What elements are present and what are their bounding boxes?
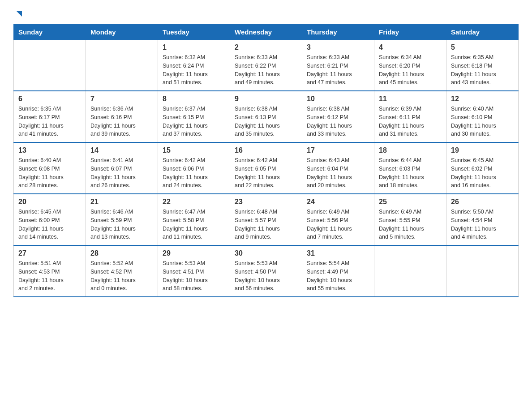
calendar-cell: 3Sunrise: 6:33 AM Sunset: 6:21 PM Daylig… bbox=[302, 40, 374, 91]
day-number: 29 bbox=[163, 249, 225, 257]
day-number: 25 bbox=[379, 198, 442, 206]
calendar-cell: 24Sunrise: 6:49 AM Sunset: 5:56 PM Dayli… bbox=[302, 194, 374, 245]
header-day-monday: Monday bbox=[86, 25, 158, 40]
calendar-cell bbox=[14, 40, 86, 91]
calendar-header: SundayMondayTuesdayWednesdayThursdayFrid… bbox=[14, 25, 519, 40]
day-number: 23 bbox=[235, 198, 297, 206]
day-info: Sunrise: 6:43 AM Sunset: 6:04 PM Dayligh… bbox=[307, 156, 369, 190]
day-number: 6 bbox=[18, 95, 81, 103]
day-info: Sunrise: 6:40 AM Sunset: 6:10 PM Dayligh… bbox=[451, 105, 514, 138]
calendar-cell bbox=[374, 245, 446, 297]
day-info: Sunrise: 6:38 AM Sunset: 6:12 PM Dayligh… bbox=[307, 105, 369, 138]
calendar-cell: 20Sunrise: 6:45 AM Sunset: 6:00 PM Dayli… bbox=[14, 194, 86, 245]
calendar-cell: 16Sunrise: 6:42 AM Sunset: 6:05 PM Dayli… bbox=[230, 142, 302, 194]
day-number: 15 bbox=[163, 146, 225, 154]
day-info: Sunrise: 6:48 AM Sunset: 5:57 PM Dayligh… bbox=[235, 208, 297, 241]
header-row: SundayMondayTuesdayWednesdayThursdayFrid… bbox=[14, 25, 519, 40]
calendar-cell: 11Sunrise: 6:39 AM Sunset: 6:11 PM Dayli… bbox=[374, 91, 446, 142]
header-day-saturday: Saturday bbox=[446, 25, 519, 40]
day-number: 3 bbox=[307, 43, 369, 51]
calendar-cell: 6Sunrise: 6:35 AM Sunset: 6:17 PM Daylig… bbox=[14, 91, 86, 142]
week-row-3: 13Sunrise: 6:40 AM Sunset: 6:08 PM Dayli… bbox=[14, 142, 519, 194]
calendar-cell: 26Sunrise: 5:50 AM Sunset: 4:54 PM Dayli… bbox=[446, 194, 519, 245]
calendar-cell: 12Sunrise: 6:40 AM Sunset: 6:10 PM Dayli… bbox=[446, 91, 519, 142]
day-info: Sunrise: 6:39 AM Sunset: 6:11 PM Dayligh… bbox=[379, 105, 442, 138]
header-day-thursday: Thursday bbox=[302, 25, 374, 40]
day-info: Sunrise: 6:49 AM Sunset: 5:56 PM Dayligh… bbox=[307, 208, 369, 241]
calendar-cell: 23Sunrise: 6:48 AM Sunset: 5:57 PM Dayli… bbox=[230, 194, 302, 245]
calendar-cell: 30Sunrise: 5:53 AM Sunset: 4:50 PM Dayli… bbox=[230, 245, 302, 297]
day-info: Sunrise: 6:45 AM Sunset: 6:00 PM Dayligh… bbox=[18, 208, 81, 241]
day-number: 28 bbox=[90, 249, 153, 257]
day-number: 10 bbox=[307, 95, 369, 103]
day-info: Sunrise: 6:41 AM Sunset: 6:07 PM Dayligh… bbox=[90, 156, 153, 190]
calendar-cell: 5Sunrise: 6:35 AM Sunset: 6:18 PM Daylig… bbox=[446, 40, 519, 91]
day-number: 12 bbox=[451, 95, 514, 103]
day-info: Sunrise: 6:36 AM Sunset: 6:16 PM Dayligh… bbox=[90, 105, 153, 138]
day-info: Sunrise: 5:53 AM Sunset: 4:50 PM Dayligh… bbox=[235, 259, 297, 293]
calendar-cell: 29Sunrise: 5:53 AM Sunset: 4:51 PM Dayli… bbox=[158, 245, 230, 297]
day-info: Sunrise: 5:50 AM Sunset: 4:54 PM Dayligh… bbox=[451, 208, 514, 241]
day-info: Sunrise: 6:42 AM Sunset: 6:06 PM Dayligh… bbox=[163, 156, 225, 190]
day-info: Sunrise: 6:40 AM Sunset: 6:08 PM Dayligh… bbox=[18, 156, 81, 190]
calendar-cell: 13Sunrise: 6:40 AM Sunset: 6:08 PM Dayli… bbox=[14, 142, 86, 194]
day-number: 22 bbox=[163, 198, 225, 206]
day-info: Sunrise: 6:46 AM Sunset: 5:59 PM Dayligh… bbox=[90, 208, 153, 241]
calendar-cell: 19Sunrise: 6:45 AM Sunset: 6:02 PM Dayli… bbox=[446, 142, 519, 194]
day-info: Sunrise: 6:42 AM Sunset: 6:05 PM Dayligh… bbox=[235, 156, 297, 190]
calendar-cell: 7Sunrise: 6:36 AM Sunset: 6:16 PM Daylig… bbox=[86, 91, 158, 142]
day-info: Sunrise: 5:52 AM Sunset: 4:52 PM Dayligh… bbox=[90, 259, 153, 293]
day-info: Sunrise: 5:51 AM Sunset: 4:53 PM Dayligh… bbox=[18, 259, 81, 293]
header-day-tuesday: Tuesday bbox=[158, 25, 230, 40]
week-row-5: 27Sunrise: 5:51 AM Sunset: 4:53 PM Dayli… bbox=[14, 245, 519, 297]
svg-marker-0 bbox=[17, 11, 22, 17]
day-info: Sunrise: 6:35 AM Sunset: 6:17 PM Dayligh… bbox=[18, 105, 81, 138]
day-number: 8 bbox=[163, 95, 225, 103]
day-number: 13 bbox=[18, 146, 81, 154]
day-info: Sunrise: 6:35 AM Sunset: 6:18 PM Dayligh… bbox=[451, 53, 514, 87]
day-number: 30 bbox=[235, 249, 297, 257]
day-info: Sunrise: 6:33 AM Sunset: 6:21 PM Dayligh… bbox=[307, 53, 369, 87]
calendar-cell: 10Sunrise: 6:38 AM Sunset: 6:12 PM Dayli… bbox=[302, 91, 374, 142]
calendar-cell: 22Sunrise: 6:47 AM Sunset: 5:58 PM Dayli… bbox=[158, 194, 230, 245]
day-number: 21 bbox=[90, 198, 153, 206]
calendar-cell: 8Sunrise: 6:37 AM Sunset: 6:15 PM Daylig… bbox=[158, 91, 230, 142]
day-number: 7 bbox=[90, 95, 153, 103]
calendar-cell: 1Sunrise: 6:32 AM Sunset: 6:24 PM Daylig… bbox=[158, 40, 230, 91]
day-info: Sunrise: 6:49 AM Sunset: 5:55 PM Dayligh… bbox=[379, 208, 442, 241]
day-info: Sunrise: 6:33 AM Sunset: 6:22 PM Dayligh… bbox=[235, 53, 297, 87]
day-info: Sunrise: 6:34 AM Sunset: 6:20 PM Dayligh… bbox=[379, 53, 442, 87]
day-info: Sunrise: 6:44 AM Sunset: 6:03 PM Dayligh… bbox=[379, 156, 442, 190]
day-number: 16 bbox=[235, 146, 297, 154]
header-day-friday: Friday bbox=[374, 25, 446, 40]
day-info: Sunrise: 6:32 AM Sunset: 6:24 PM Dayligh… bbox=[163, 53, 225, 87]
day-number: 5 bbox=[451, 43, 514, 51]
calendar-cell: 2Sunrise: 6:33 AM Sunset: 6:22 PM Daylig… bbox=[230, 40, 302, 91]
day-number: 27 bbox=[18, 249, 81, 257]
day-info: Sunrise: 5:53 AM Sunset: 4:51 PM Dayligh… bbox=[163, 259, 225, 293]
day-info: Sunrise: 6:47 AM Sunset: 5:58 PM Dayligh… bbox=[163, 208, 225, 241]
week-row-1: 1Sunrise: 6:32 AM Sunset: 6:24 PM Daylig… bbox=[14, 40, 519, 91]
day-info: Sunrise: 5:54 AM Sunset: 4:49 PM Dayligh… bbox=[307, 259, 369, 293]
day-number: 17 bbox=[307, 146, 369, 154]
calendar-cell: 15Sunrise: 6:42 AM Sunset: 6:06 PM Dayli… bbox=[158, 142, 230, 194]
calendar-cell: 21Sunrise: 6:46 AM Sunset: 5:59 PM Dayli… bbox=[86, 194, 158, 245]
calendar-cell bbox=[86, 40, 158, 91]
day-number: 1 bbox=[163, 43, 225, 51]
calendar-cell: 25Sunrise: 6:49 AM Sunset: 5:55 PM Dayli… bbox=[374, 194, 446, 245]
calendar-cell: 17Sunrise: 6:43 AM Sunset: 6:04 PM Dayli… bbox=[302, 142, 374, 194]
day-info: Sunrise: 6:37 AM Sunset: 6:15 PM Dayligh… bbox=[163, 105, 225, 138]
day-number: 11 bbox=[379, 95, 442, 103]
day-number: 14 bbox=[90, 146, 153, 154]
week-row-4: 20Sunrise: 6:45 AM Sunset: 6:00 PM Dayli… bbox=[14, 194, 519, 245]
day-number: 18 bbox=[379, 146, 442, 154]
calendar-cell: 18Sunrise: 6:44 AM Sunset: 6:03 PM Dayli… bbox=[374, 142, 446, 194]
day-number: 31 bbox=[307, 249, 369, 257]
week-row-2: 6Sunrise: 6:35 AM Sunset: 6:17 PM Daylig… bbox=[14, 91, 519, 142]
calendar-body: 1Sunrise: 6:32 AM Sunset: 6:24 PM Daylig… bbox=[14, 40, 519, 297]
day-number: 9 bbox=[235, 95, 297, 103]
header-day-sunday: Sunday bbox=[14, 25, 86, 40]
day-number: 20 bbox=[18, 198, 81, 206]
calendar-cell: 4Sunrise: 6:34 AM Sunset: 6:20 PM Daylig… bbox=[374, 40, 446, 91]
page-header bbox=[13, 9, 519, 20]
